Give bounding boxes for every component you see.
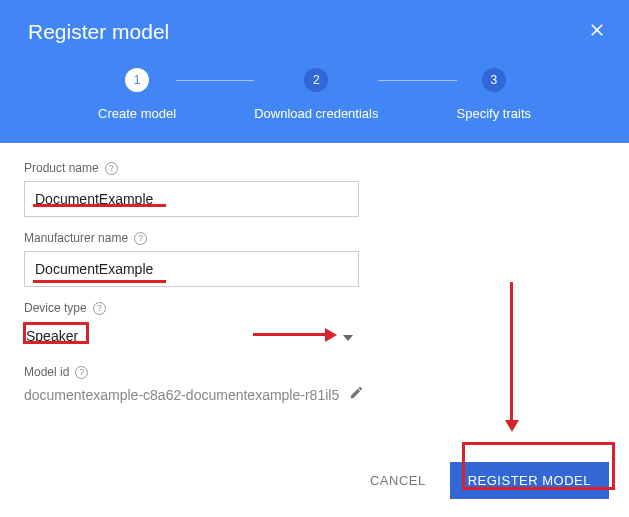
stepper: 1 Create model 2 Download credentials 3 … <box>28 68 601 121</box>
help-icon[interactable]: ? <box>93 302 106 315</box>
help-icon[interactable]: ? <box>105 162 118 175</box>
step-label: Specify traits <box>457 106 531 121</box>
edit-icon[interactable] <box>349 385 364 404</box>
close-icon <box>587 26 607 43</box>
help-icon[interactable]: ? <box>134 232 147 245</box>
register-model-button[interactable]: REGISTER MODEL <box>450 462 609 499</box>
product-name-input[interactable] <box>24 181 359 217</box>
step-download-credentials[interactable]: 2 Download credentials <box>254 68 378 121</box>
model-id-label: Model id ? <box>24 365 605 379</box>
model-id-value: documentexample-c8a62-documentexample-r8… <box>24 387 339 403</box>
help-icon[interactable]: ? <box>75 366 88 379</box>
dialog-title: Register model <box>28 20 601 44</box>
step-connector <box>378 80 456 81</box>
chevron-down-icon <box>343 327 353 345</box>
step-label: Create model <box>98 106 176 121</box>
form-body: Product name ? Manufacturer name ? Devic… <box>0 143 629 436</box>
device-type-dropdown[interactable]: Speaker <box>24 321 359 351</box>
step-specify-traits[interactable]: 3 Specify traits <box>457 68 531 121</box>
manufacturer-name-group: Manufacturer name ? <box>24 231 605 287</box>
step-label: Download credentials <box>254 106 378 121</box>
step-number: 1 <box>125 68 149 92</box>
close-button[interactable] <box>587 20 607 44</box>
manufacturer-name-label: Manufacturer name ? <box>24 231 605 245</box>
product-name-group: Product name ? <box>24 161 605 217</box>
device-type-value: Speaker <box>26 328 78 344</box>
device-type-group: Device type ? Speaker <box>24 301 605 351</box>
manufacturer-name-input[interactable] <box>24 251 359 287</box>
model-id-group: Model id ? documentexample-c8a62-documen… <box>24 365 605 404</box>
step-create-model[interactable]: 1 Create model <box>98 68 176 121</box>
step-number: 2 <box>304 68 328 92</box>
step-number: 3 <box>482 68 506 92</box>
dialog-header: Register model 1 Create model 2 Download… <box>0 0 629 143</box>
device-type-label: Device type ? <box>24 301 605 315</box>
cancel-button[interactable]: CANCEL <box>360 465 436 496</box>
step-connector <box>176 80 254 81</box>
dialog-actions: CANCEL REGISTER MODEL <box>360 462 609 499</box>
product-name-label: Product name ? <box>24 161 605 175</box>
